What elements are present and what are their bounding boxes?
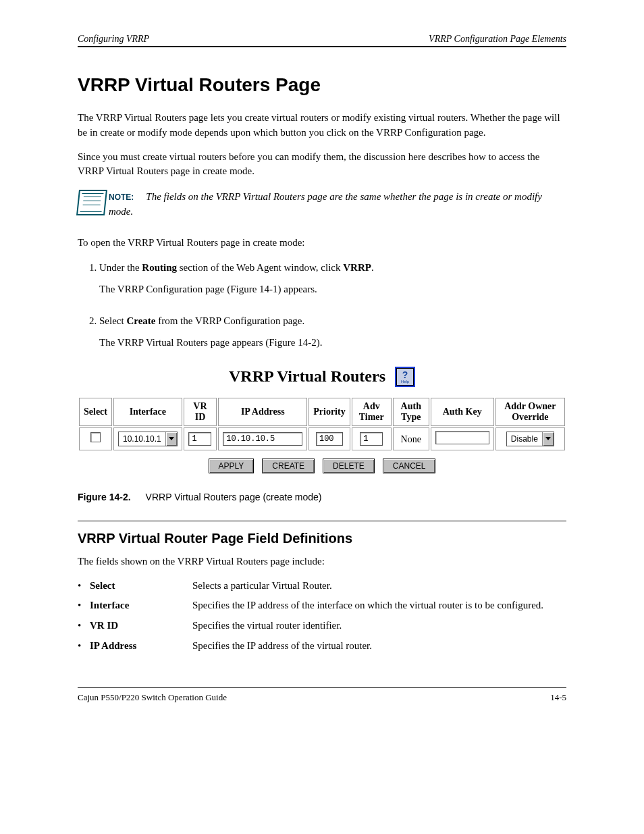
field-name: Select <box>90 579 192 594</box>
select-checkbox[interactable] <box>90 432 101 442</box>
chevron-down-icon <box>542 432 554 446</box>
figure-title: VRRP Virtual Routers <box>229 367 385 386</box>
priority-input[interactable]: 100 <box>316 432 343 446</box>
note-block: NOTE: The fields on the VRRP Virtual Rou… <box>78 190 566 219</box>
th-priority: Priority <box>308 398 350 426</box>
page-title: VRRP Virtual Routers Page <box>78 74 566 96</box>
step-1-result: The VRRP Configuration page (Figure 14-1… <box>99 282 566 297</box>
intro-p2: Since you must create virtual routers be… <box>78 150 566 180</box>
table-row: 10.10.10.1 1 10.10.10.5 100 1 None <box>79 427 565 450</box>
steps-list: Under the Routing section of the Web Age… <box>78 260 566 350</box>
fields-intro: The fields shown on the VRRP Virtual Rou… <box>78 554 566 569</box>
top-rule <box>78 46 566 47</box>
note-icon <box>78 190 109 219</box>
adv-input[interactable]: 1 <box>360 432 383 446</box>
interface-select[interactable]: 10.10.10.1 <box>118 432 178 446</box>
figure-caption-text: VRRP Virtual Routers page (create mode) <box>146 492 322 502</box>
field-name: VR ID <box>90 619 192 633</box>
apply-button[interactable]: APPLY <box>209 459 254 473</box>
th-interface: Interface <box>113 398 182 426</box>
note-text: The fields on the VRRP Virtual Routers p… <box>109 191 542 217</box>
fields-heading: VRRP Virtual Router Page Field Definitio… <box>78 531 566 546</box>
vrrp-table: Select Interface VR ID IP Address Priori… <box>78 396 566 452</box>
vrid-input[interactable]: 1 <box>188 432 211 446</box>
field-desc: Specifies the IP address of the virtual … <box>192 639 566 654</box>
footer-right: 14-5 <box>550 692 566 703</box>
running-head-left: Configuring VRRP <box>78 34 149 45</box>
field-desc: Specifies the virtual router identifier. <box>192 619 566 633</box>
override-value: Disable <box>507 432 542 446</box>
running-head-right: VRRP Configuration Page Elements <box>429 34 566 45</box>
th-override: Addr Owner Override <box>495 398 565 426</box>
authtype-value: None <box>401 434 421 444</box>
help-icon[interactable]: ? Help <box>395 367 415 387</box>
figure-caption-label: Figure 14-2. <box>78 492 131 502</box>
field-row: • Interface Specifies the IP address of … <box>78 598 566 613</box>
th-select: Select <box>79 398 112 426</box>
ip-input[interactable]: 10.10.10.5 <box>223 432 302 446</box>
th-ip: IP Address <box>218 398 307 426</box>
step-2: Select Create from the VRRP Configuratio… <box>99 313 566 350</box>
field-desc: Selects a particular Virtual Router. <box>192 579 566 594</box>
override-select[interactable]: Disable <box>506 432 554 446</box>
field-definitions: • Select Selects a particular Virtual Ro… <box>78 579 566 654</box>
field-row: • Select Selects a particular Virtual Ro… <box>78 579 566 594</box>
cancel-button[interactable]: CANCEL <box>383 459 436 473</box>
help-label: Help <box>401 380 409 384</box>
steps-intro: To open the VRRP Virtual Routers page in… <box>78 236 566 251</box>
field-desc: Specifies the IP address of the interfac… <box>192 598 566 613</box>
help-q: ? <box>402 370 408 380</box>
field-row: • IP Address Specifies the IP address of… <box>78 639 566 654</box>
chevron-down-icon <box>165 432 177 446</box>
intro-p1: The VRRP Virtual Routers page lets you c… <box>78 111 566 140</box>
step-2-result: The VRRP Virtual Routers page appears (F… <box>99 335 566 350</box>
th-authkey: Auth Key <box>431 398 494 426</box>
field-name: Interface <box>90 598 192 613</box>
footer-left: Cajun P550/P220 Switch Operation Guide <box>78 692 227 703</box>
create-button[interactable]: CREATE <box>262 459 315 473</box>
th-adv: Adv Timer <box>352 398 392 426</box>
interface-value: 10.10.10.1 <box>119 432 165 446</box>
th-vrid: VR ID <box>184 398 217 426</box>
field-row: • VR ID Specifies the virtual router ide… <box>78 619 566 633</box>
th-authtype: Auth Type <box>393 398 429 426</box>
delete-button[interactable]: DELETE <box>323 459 375 473</box>
field-name: IP Address <box>90 639 192 654</box>
note-label: NOTE: <box>109 192 134 202</box>
step-1: Under the Routing section of the Web Age… <box>99 260 566 297</box>
authkey-input[interactable] <box>435 431 489 444</box>
